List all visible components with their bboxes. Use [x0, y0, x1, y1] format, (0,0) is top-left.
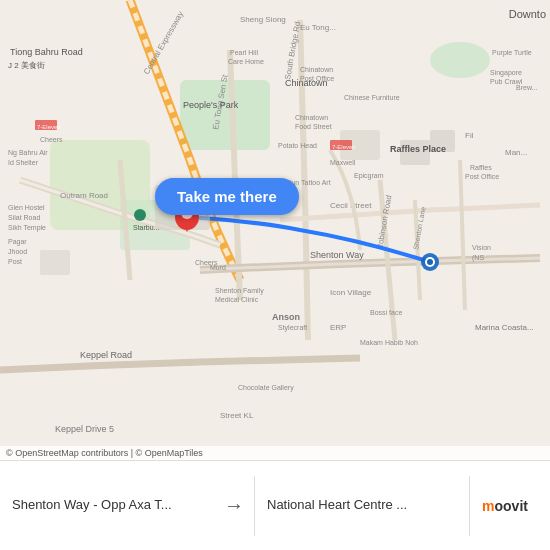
svg-text:Cheers: Cheers [40, 136, 63, 143]
svg-text:Eu Tong...: Eu Tong... [300, 23, 336, 32]
bottom-bar: Shenton Way - Opp Axa T... → National He… [0, 460, 550, 550]
svg-point-81 [427, 259, 433, 265]
svg-text:Icon Village: Icon Village [330, 288, 372, 297]
svg-text:Glen Hostel: Glen Hostel [8, 204, 45, 211]
route-arrow: → [214, 494, 254, 517]
svg-text:Outram Road: Outram Road [60, 191, 108, 200]
svg-text:Purple Turtle: Purple Turtle [492, 49, 532, 57]
svg-text:Stylecraft: Stylecraft [278, 324, 307, 332]
moovit-rest: oovit [495, 498, 528, 514]
downto-label: Downto [509, 8, 546, 20]
svg-text:ERP: ERP [330, 323, 346, 332]
svg-text:Medical Clinic: Medical Clinic [215, 296, 259, 303]
svg-text:Jhood: Jhood [8, 248, 27, 255]
arrow-icon: → [224, 494, 244, 517]
svg-text:Anson: Anson [272, 312, 300, 322]
svg-point-6 [430, 42, 490, 78]
svg-text:(NS: (NS [472, 254, 484, 262]
svg-text:J 2 美食街: J 2 美食街 [8, 61, 45, 70]
svg-text:Keppel Road: Keppel Road [80, 350, 132, 360]
origin-label: Shenton Way - Opp Axa T... [12, 497, 202, 514]
svg-text:Vision: Vision [472, 244, 491, 251]
svg-text:Post Office: Post Office [465, 173, 499, 180]
svg-text:Food Street: Food Street [295, 123, 332, 130]
svg-text:Raffles Place: Raffles Place [390, 144, 446, 154]
svg-text:Potato Head: Potato Head [278, 142, 317, 149]
map-container: Central Expressway Outram Road Eu Tong S… [0, 0, 550, 460]
svg-text:Fil: Fil [465, 131, 474, 140]
svg-text:Starbu...: Starbu... [133, 224, 160, 231]
svg-text:Care Home: Care Home [228, 58, 264, 65]
svg-text:Murd: Murd [210, 264, 226, 271]
svg-text:Pearl Hill: Pearl Hill [230, 49, 258, 56]
svg-text:Id Shelter: Id Shelter [8, 159, 39, 166]
moovit-logo: moovit [470, 498, 550, 514]
svg-text:Brew...: Brew... [516, 84, 537, 91]
origin-endpoint: Shenton Way - Opp Axa T... [0, 489, 214, 522]
svg-text:Tiong Bahru Road: Tiong Bahru Road [10, 47, 83, 57]
svg-text:Raffles: Raffles [470, 164, 492, 171]
svg-rect-17 [40, 250, 70, 275]
svg-text:7-Eleven: 7-Eleven [332, 144, 356, 150]
svg-text:People's Park: People's Park [183, 100, 239, 110]
svg-text:Maxwell: Maxwell [330, 159, 356, 166]
svg-text:Man...: Man... [505, 148, 527, 157]
svg-text:Street KL: Street KL [220, 411, 254, 420]
svg-text:Makam Habib Noh: Makam Habib Noh [360, 339, 418, 346]
svg-text:Post Office: Post Office [300, 75, 334, 82]
svg-text:Pagar: Pagar [8, 238, 27, 246]
svg-text:Chocolate Gallery: Chocolate Gallery [238, 384, 294, 392]
svg-text:Bossi face: Bossi face [370, 309, 402, 316]
svg-text:Silat Road: Silat Road [8, 214, 40, 221]
moovit-m: m [482, 498, 494, 514]
svg-text:Chinatown: Chinatown [295, 114, 328, 121]
svg-text:Singapore: Singapore [490, 69, 522, 77]
svg-text:Ng Bahru Air: Ng Bahru Air [8, 149, 48, 157]
svg-text:Sikh Temple: Sikh Temple [8, 224, 46, 232]
svg-text:Sheng Siong: Sheng Siong [240, 15, 286, 24]
attribution-bar: © OpenStreetMap contributors | © OpenMap… [0, 446, 550, 460]
svg-text:Epicgram: Epicgram [354, 172, 384, 180]
svg-text:Post: Post [8, 258, 22, 265]
map-svg: Central Expressway Outram Road Eu Tong S… [0, 0, 550, 460]
destination-label: National Heart Centre ... [267, 497, 457, 514]
svg-text:Chinese Furniture: Chinese Furniture [344, 94, 400, 101]
svg-text:Keppel Drive 5: Keppel Drive 5 [55, 424, 114, 434]
destination-endpoint: National Heart Centre ... [255, 489, 469, 522]
svg-text:7-Eleven: 7-Eleven [37, 124, 61, 130]
svg-text:Shenton Way: Shenton Way [310, 250, 364, 260]
svg-text:Shenton Family: Shenton Family [215, 287, 264, 295]
take-me-there-button[interactable]: Take me there [155, 178, 299, 215]
svg-text:Marina Coasta...: Marina Coasta... [475, 323, 534, 332]
svg-point-32 [134, 209, 146, 221]
svg-text:Chinatown: Chinatown [300, 66, 333, 73]
